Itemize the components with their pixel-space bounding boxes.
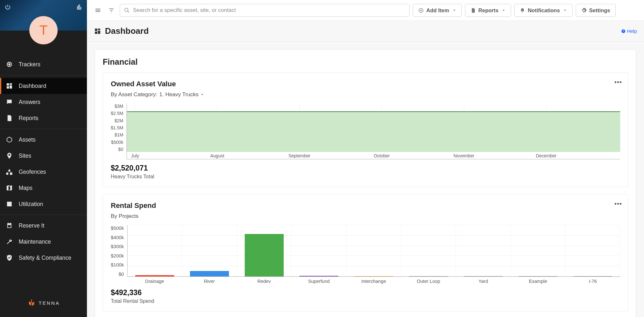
sidebar-item-sites[interactable]: Sites — [0, 148, 87, 164]
map-icon — [6, 184, 13, 191]
sidebar-item-answers[interactable]: Answers — [0, 94, 87, 110]
organization-icon[interactable] — [76, 4, 82, 10]
financial-panel: Financial ••• Owned Asset Value By Asset… — [95, 49, 636, 317]
y-axis: $500k$400k$300k$200k$100k$0 — [111, 225, 127, 277]
chevron-down-icon — [563, 8, 567, 12]
bell-icon — [520, 8, 525, 13]
help-link[interactable]: ?Help — [621, 28, 637, 34]
section-financial-title: Financial — [103, 57, 628, 67]
search-icon — [124, 7, 130, 13]
notifications-button[interactable]: Notifications — [514, 4, 573, 17]
nav-label: Dashboard — [19, 83, 46, 89]
bar-icon — [6, 200, 13, 208]
sidebar-item-maintenance[interactable]: Maintenance — [0, 234, 87, 250]
shield-icon — [6, 254, 13, 261]
owned-asset-chart: $3M$2.5M$2M$1.5M$1M$500k$0 JulyAugustSep… — [111, 104, 620, 159]
nav-label: Safety & Compliance — [19, 255, 71, 261]
nav-label: Geofences — [19, 169, 46, 175]
sidebar-item-reserve-it[interactable]: Reserve It — [0, 218, 87, 234]
settings-button[interactable]: Settings — [576, 4, 616, 17]
sidebar-header: T — [0, 0, 87, 31]
doc-icon — [6, 115, 13, 122]
wrench-icon — [6, 238, 13, 245]
reports-button[interactable]: Reports — [465, 4, 511, 17]
sidebar-item-safety[interactable]: Safety & Compliance — [0, 250, 87, 266]
calendar-icon — [6, 222, 13, 229]
logo-text: TENNA — [39, 300, 60, 306]
nav-label: Utilization — [19, 201, 43, 208]
nav-label: Assets — [19, 136, 36, 143]
nav-label: Reports — [19, 115, 38, 122]
pin-icon — [6, 152, 13, 159]
nav-label: Trackers — [19, 61, 40, 68]
chevron-down-icon — [200, 93, 204, 97]
cpu-icon — [6, 61, 13, 68]
cube-icon — [6, 136, 13, 143]
sidebar-item-assets[interactable]: Assets — [0, 132, 87, 148]
sidebar-item-geofences[interactable]: Geofences — [0, 164, 87, 180]
main: Add Item Reports Notifications Settings … — [87, 0, 644, 317]
sidebar: T Trackers Dashboard Answers Reports Ass… — [0, 0, 87, 317]
y-axis: $3M$2.5M$2M$1.5M$1M$500k$0 — [111, 104, 127, 152]
svg-text:?: ? — [623, 30, 624, 33]
shapes-icon — [6, 168, 13, 175]
page-header: Dashboard ?Help — [87, 21, 644, 42]
logo: TENNA — [27, 298, 60, 307]
sidebar-item-reports[interactable]: Reports — [0, 110, 87, 126]
gear-icon — [581, 8, 587, 13]
svg-point-0 — [125, 8, 128, 12]
dashboard-icon — [94, 28, 101, 35]
x-axis: JulyAugustSeptemberOctoberNovemberDecemb… — [127, 152, 620, 159]
doc-icon — [470, 8, 476, 13]
page-title: Dashboard — [105, 26, 149, 36]
logo-icon — [27, 298, 36, 307]
owned-asset-total-label: Heavy Trucks Total — [111, 174, 620, 180]
search-wrap[interactable] — [120, 4, 410, 17]
rental-spend-total: $492,336 — [111, 288, 620, 297]
rental-spend-total-label: Total Rental Spend — [111, 298, 620, 304]
nav-label: Maps — [19, 185, 33, 191]
plus-icon — [418, 8, 424, 13]
sidebar-item-dashboard[interactable]: Dashboard — [0, 78, 87, 94]
plot-area — [127, 104, 620, 152]
hamburger-icon[interactable] — [93, 5, 103, 15]
avatar[interactable]: T — [29, 16, 58, 44]
plot-area — [127, 225, 620, 277]
topbar: Add Item Reports Notifications Settings — [87, 0, 644, 21]
sidebar-item-trackers[interactable]: Trackers — [0, 56, 87, 72]
x-axis: DrainageRiverRedevSuperfundInterchangeOu… — [127, 277, 620, 284]
chevron-down-icon — [502, 8, 506, 12]
card-filter[interactable]: By Asset Category: 1. Heavy Trucks — [111, 91, 620, 98]
rental-spend-chart: $500k$400k$300k$200k$100k$0 DrainageRive… — [111, 225, 620, 284]
card-title: Owned Asset Value — [111, 80, 620, 88]
sidebar-nav: Trackers Dashboard Answers Reports Asset… — [0, 54, 87, 292]
card-menu-icon[interactable]: ••• — [614, 79, 622, 86]
card-menu-icon[interactable]: ••• — [614, 200, 622, 208]
nav-label: Sites — [19, 153, 31, 159]
chat-icon — [6, 98, 13, 106]
add-item-button[interactable]: Add Item — [413, 4, 462, 17]
owned-asset-total: $2,520,071 — [111, 164, 620, 172]
nav-label: Maintenance — [19, 238, 51, 245]
nav-label: Reserve It — [19, 222, 44, 229]
content: Financial ••• Owned Asset Value By Asset… — [87, 42, 644, 317]
power-icon[interactable] — [5, 4, 11, 10]
filter-icon[interactable] — [106, 5, 117, 15]
chevron-down-icon — [452, 8, 456, 12]
card-subtitle: By Projects — [111, 213, 620, 219]
nav-label: Answers — [19, 99, 40, 106]
sidebar-item-maps[interactable]: Maps — [0, 180, 87, 196]
rental-spend-card: ••• Rental Spend By Projects $500k$400k$… — [103, 194, 628, 312]
grid-icon — [6, 82, 13, 89]
search-input[interactable] — [133, 7, 405, 14]
card-title: Rental Spend — [111, 201, 620, 210]
owned-asset-card: ••• Owned Asset Value By Asset Category:… — [103, 72, 628, 187]
sidebar-item-utilization[interactable]: Utilization — [0, 196, 87, 212]
sidebar-footer: TENNA — [0, 292, 87, 317]
